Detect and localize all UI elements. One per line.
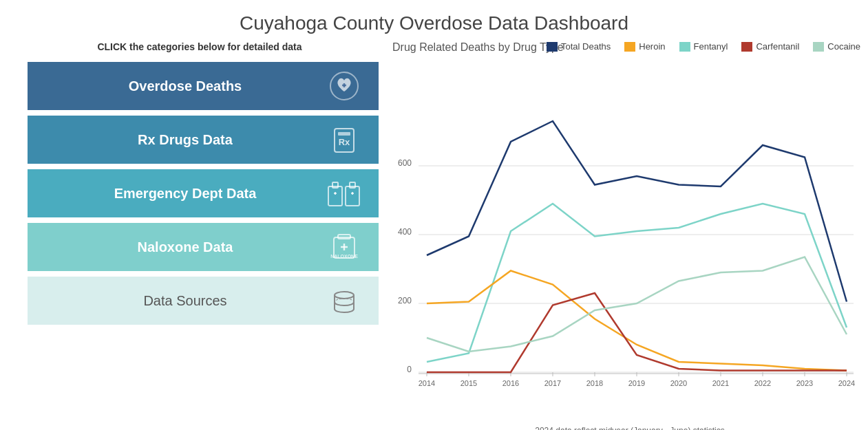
legend-cocaine-color	[813, 42, 824, 52]
cocaine-line	[427, 257, 847, 352]
chart-legend: Total Deaths Heroin Fentanyl Carfentanil…	[547, 41, 860, 52]
naloxone-label: Naloxone Data	[44, 239, 326, 255]
line-chart-svg: 0 200 400 600 2014 2015 2016 2017 2018 2…	[392, 92, 867, 422]
carfentanil-line	[427, 293, 847, 372]
chart-area: 0 200 400 600 2014 2015 2016 2017 2018 2…	[392, 92, 867, 424]
page-title: Cuyahoga County Overdose Data Dashboard	[0, 0, 868, 41]
legend-cocaine-label: Cocaine	[827, 41, 860, 52]
legend-total-deaths-label: Total Deaths	[561, 41, 611, 52]
left-panel: CLICK the categories below for detailed …	[14, 41, 385, 430]
svg-point-19	[335, 292, 354, 299]
rx-icon: Rx	[326, 122, 362, 158]
svg-rect-8	[346, 186, 359, 206]
legend-heroin-color	[624, 42, 635, 52]
naloxone-button[interactable]: Naloxone Data NALOXONE	[28, 223, 379, 271]
rx-drugs-label: Rx Drugs Data	[44, 132, 326, 148]
svg-text:200: 200	[398, 296, 412, 305]
chart-footer: 2024 data reflect midyear (January - Jun…	[392, 426, 867, 430]
emergency-dept-button[interactable]: Emergency Dept Data	[28, 169, 379, 217]
svg-rect-6	[328, 186, 342, 206]
svg-text:2023: 2023	[796, 379, 813, 387]
svg-text:0: 0	[407, 365, 412, 374]
data-sources-icon	[326, 283, 362, 319]
svg-text:2019: 2019	[628, 379, 645, 387]
legend-carfentanil-color	[741, 42, 752, 52]
svg-point-20	[335, 299, 354, 305]
svg-text:2020: 2020	[670, 379, 687, 387]
svg-text:Rx: Rx	[339, 137, 350, 147]
legend-heroin: Heroin	[624, 41, 665, 52]
total-deaths-line	[427, 121, 847, 302]
svg-text:2024: 2024	[838, 379, 855, 387]
right-panel: Drug Related Deaths by Drug Type Total D…	[385, 41, 868, 430]
left-instruction: CLICK the categories below for detailed …	[28, 41, 372, 52]
legend-fentanyl-color	[679, 42, 690, 52]
rx-drugs-button[interactable]: Rx Drugs Data Rx	[28, 116, 379, 164]
overdose-icon	[326, 68, 362, 104]
overdose-deaths-button[interactable]: Overdose Deaths	[28, 62, 379, 110]
legend-total-deaths: Total Deaths	[547, 41, 611, 52]
data-sources-label: Data Sources	[44, 293, 326, 309]
data-sources-button[interactable]: Data Sources	[28, 277, 379, 325]
legend-carfentanil-label: Carfentanil	[756, 41, 799, 52]
emergency-icon	[326, 175, 362, 211]
legend-heroin-label: Heroin	[639, 41, 665, 52]
fentanyl-line	[427, 204, 847, 362]
svg-text:2015: 2015	[461, 379, 477, 387]
svg-text:NALOXONE: NALOXONE	[330, 254, 358, 259]
svg-text:2014: 2014	[419, 379, 435, 387]
legend-carfentanil: Carfentanil	[741, 41, 799, 52]
naloxone-icon: NALOXONE	[326, 229, 362, 265]
svg-text:2017: 2017	[544, 379, 561, 387]
legend-cocaine: Cocaine	[813, 41, 860, 52]
svg-text:2016: 2016	[502, 379, 519, 387]
svg-text:2022: 2022	[754, 379, 771, 387]
legend-fentanyl-label: Fentanyl	[694, 41, 728, 52]
svg-text:2018: 2018	[586, 379, 603, 387]
chart-title: Drug Related Deaths by Drug Type	[392, 41, 564, 53]
emergency-dept-label: Emergency Dept Data	[44, 186, 326, 202]
svg-text:600: 600	[398, 158, 412, 168]
svg-text:2021: 2021	[712, 379, 729, 387]
legend-total-deaths-color	[547, 42, 558, 52]
svg-rect-4	[338, 132, 350, 136]
svg-text:400: 400	[398, 227, 412, 237]
legend-fentanyl: Fentanyl	[679, 41, 728, 52]
overdose-deaths-label: Overdose Deaths	[44, 78, 326, 94]
